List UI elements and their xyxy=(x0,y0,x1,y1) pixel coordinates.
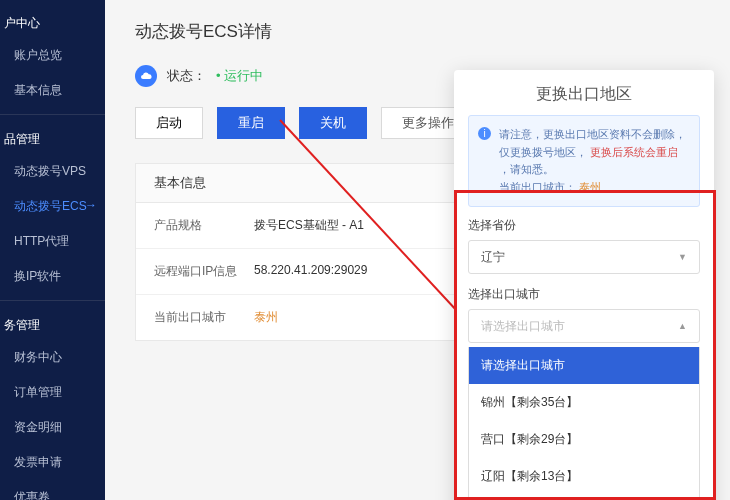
city-field: 选择出口城市 请选择出口城市 ▲ xyxy=(468,286,700,343)
sidebar-group-user: 户中心 xyxy=(0,5,105,38)
shutdown-button[interactable]: 关机 xyxy=(299,107,367,139)
chevron-up-icon: ▲ xyxy=(678,321,687,331)
cloud-icon xyxy=(135,65,157,87)
dropdown-option[interactable]: 辽阳【剩余13台】 xyxy=(469,458,699,495)
info-val: 拨号ECS基础型 - A1 xyxy=(254,217,364,234)
info-val: 泰州 xyxy=(254,309,278,326)
divider xyxy=(0,114,105,115)
page-title: 动态拨号ECS详情 xyxy=(135,20,700,43)
sidebar-item[interactable]: 优惠卷 xyxy=(0,480,105,500)
sidebar-item[interactable]: HTTP代理 xyxy=(0,224,105,259)
sidebar-group-product: 品管理 xyxy=(0,121,105,154)
province-field: 选择省份 辽宁 ▼ xyxy=(468,217,700,274)
sidebar: 户中心 账户总览基本信息 品管理 动态拨号VPS动态拨号ECSHTTP代理换IP… xyxy=(0,0,105,500)
sidebar-item[interactable]: 换IP软件 xyxy=(0,259,105,294)
sidebar-item[interactable]: 发票申请 xyxy=(0,445,105,480)
dropdown-option[interactable]: 请选择出口城市 xyxy=(469,347,699,384)
city-select[interactable]: 请选择出口城市 ▲ xyxy=(468,309,700,343)
sidebar-item[interactable]: 订单管理 xyxy=(0,375,105,410)
notice-current-label: 当前出口城市： xyxy=(499,181,576,193)
sidebar-group-finance: 务管理 xyxy=(0,307,105,340)
province-label: 选择省份 xyxy=(468,217,700,234)
province-value: 辽宁 xyxy=(481,249,505,266)
sidebar-item[interactable]: 动态拨号ECS xyxy=(0,189,105,224)
dropdown-option[interactable]: 锦州【剩余35台】 xyxy=(469,384,699,421)
sidebar-item[interactable]: 资金明细 xyxy=(0,410,105,445)
info-icon: i xyxy=(478,127,491,140)
info-key: 当前出口城市 xyxy=(154,309,254,326)
info-val: 58.220.41.209:29029 xyxy=(254,263,367,280)
sidebar-item[interactable]: 基本信息 xyxy=(0,73,105,108)
status-label: 状态： xyxy=(167,67,206,85)
sidebar-item[interactable]: 动态拨号VPS xyxy=(0,154,105,189)
sidebar-item[interactable]: 财务中心 xyxy=(0,340,105,375)
province-select[interactable]: 辽宁 ▼ xyxy=(468,240,700,274)
city-label: 选择出口城市 xyxy=(468,286,700,303)
notice-current-city: 泰州 xyxy=(579,181,601,193)
city-dropdown[interactable]: 请选择出口城市锦州【剩余35台】营口【剩余29台】辽阳【剩余13台】铁岭【剩余1… xyxy=(468,347,700,500)
dropdown-option[interactable]: 营口【剩余29台】 xyxy=(469,421,699,458)
divider xyxy=(0,300,105,301)
change-region-modal: 更换出口地区 i 请注意，更换出口地区资料不会删除，仅更换拨号地区， 更换后系统… xyxy=(454,70,714,500)
dropdown-option[interactable]: 铁岭【剩余11台】 xyxy=(469,495,699,500)
info-key: 远程端口IP信息 xyxy=(154,263,254,280)
start-button[interactable]: 启动 xyxy=(135,107,203,139)
notice-text: ，请知悉。 xyxy=(499,163,554,175)
notice-warning: 更换后系统会重启 xyxy=(590,146,678,158)
more-actions-label: 更多操作 xyxy=(402,114,454,132)
status-value: 运行中 xyxy=(216,67,263,85)
city-placeholder: 请选择出口城市 xyxy=(481,318,565,335)
sidebar-item[interactable]: 账户总览 xyxy=(0,38,105,73)
modal-title: 更换出口地区 xyxy=(454,70,714,115)
modal-notice: i 请注意，更换出口地区资料不会删除，仅更换拨号地区， 更换后系统会重启 ，请知… xyxy=(468,115,700,207)
info-key: 产品规格 xyxy=(154,217,254,234)
restart-button[interactable]: 重启 xyxy=(217,107,285,139)
chevron-down-icon: ▼ xyxy=(678,252,687,262)
